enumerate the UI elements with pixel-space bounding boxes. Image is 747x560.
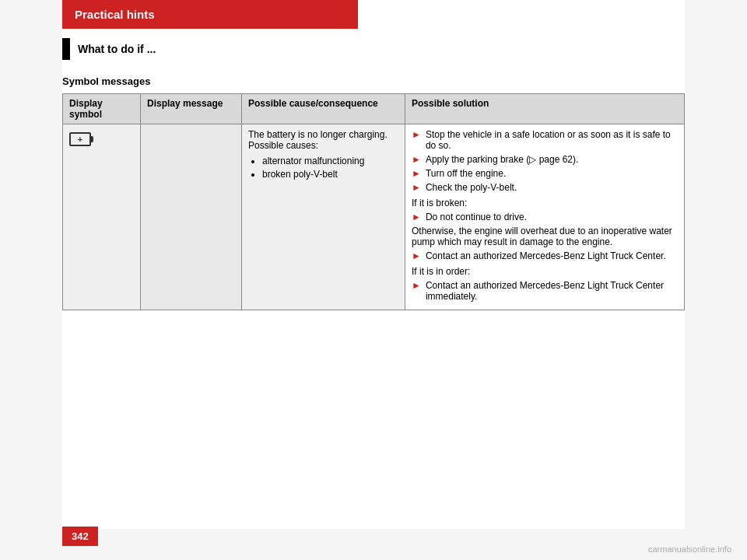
cause-cell: The battery is no longer charging. Possi…	[242, 124, 405, 310]
content-area: Practical hints What to do if ... Symbol…	[62, 0, 685, 529]
header-bar: Practical hints	[62, 0, 358, 29]
solution-text-2: Apply the parking brake (▷ page 62).	[426, 154, 578, 165]
display-symbol-cell	[63, 124, 141, 310]
watermark: carmanualsonline.info	[648, 544, 731, 554]
if-in-order-label: If it is in order:	[412, 266, 678, 277]
section-title-row: What to do if ...	[62, 38, 685, 60]
symbol-messages-heading: Symbol messages	[62, 75, 685, 87]
solution-text-1: Stop the vehicle in a safe location or a…	[426, 129, 678, 151]
page-container: Practical hints What to do if ... Symbol…	[0, 0, 747, 560]
col-header-cause: Possible cause/consequence	[242, 94, 405, 124]
page-number: 342	[62, 527, 98, 546]
if-broken-label: If it is broken:	[412, 198, 678, 208]
symbol-messages-table: Display symbol Display message Possible …	[62, 93, 685, 310]
solution-broken-item-2: ► Contact an authorized Mercedes-Benz Li…	[412, 250, 678, 261]
table-row: The battery is no longer charging. Possi…	[63, 124, 685, 310]
display-message-cell	[141, 124, 242, 310]
cause-bullets: alternator malfunctioning broken poly-V-…	[248, 156, 398, 180]
solution-broken-text-2: Contact an authorized Mercedes-Benz Ligh…	[426, 250, 666, 261]
solution-cell: ► Stop the vehicle in a safe location or…	[405, 124, 685, 310]
solution-item-2: ► Apply the parking brake (▷ page 62).	[412, 154, 678, 165]
header-title: Practical hints	[75, 8, 155, 21]
solution-item-3: ► Turn off the engine.	[412, 168, 678, 179]
otherwise-text: Otherwise, the engine will overheat due …	[412, 226, 678, 247]
solution-in-order-item-1: ► Contact an authorized Mercedes-Benz Li…	[412, 280, 678, 302]
section-title: What to do if ...	[78, 43, 156, 55]
solution-broken-text-1: Do not continue to drive.	[426, 212, 527, 222]
cause-bullet-1: alternator malfunctioning	[262, 156, 398, 166]
black-marker	[62, 38, 70, 60]
cause-intro: The battery is no longer charging. Possi…	[248, 129, 388, 151]
cause-bullet-2: broken poly-V-belt	[262, 169, 398, 180]
battery-icon	[69, 132, 91, 146]
solution-item-4: ► Check the poly-V-belt.	[412, 182, 678, 193]
solution-item-1: ► Stop the vehicle in a safe location or…	[412, 129, 678, 151]
col-header-solution: Possible solution	[405, 94, 685, 124]
solution-in-order-text-1: Contact an authorized Mercedes-Benz Ligh…	[426, 280, 678, 302]
col-header-symbol: Display symbol	[63, 94, 141, 124]
solution-text-3: Turn off the engine.	[426, 168, 506, 179]
col-header-message: Display message	[141, 94, 242, 124]
solution-text-4: Check the poly-V-belt.	[426, 182, 517, 193]
solution-broken-item-1: ► Do not continue to drive.	[412, 212, 678, 222]
